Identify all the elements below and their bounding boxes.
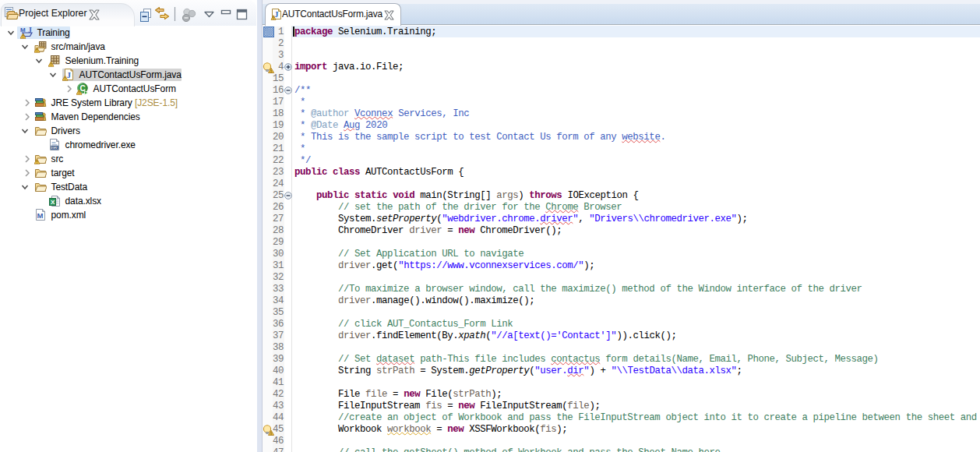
- svg-text:M: M: [37, 211, 44, 220]
- svg-text:X: X: [51, 199, 55, 206]
- svg-text:010: 010: [52, 146, 59, 150]
- svg-text:J: J: [274, 9, 279, 19]
- svg-text:J: J: [67, 70, 72, 79]
